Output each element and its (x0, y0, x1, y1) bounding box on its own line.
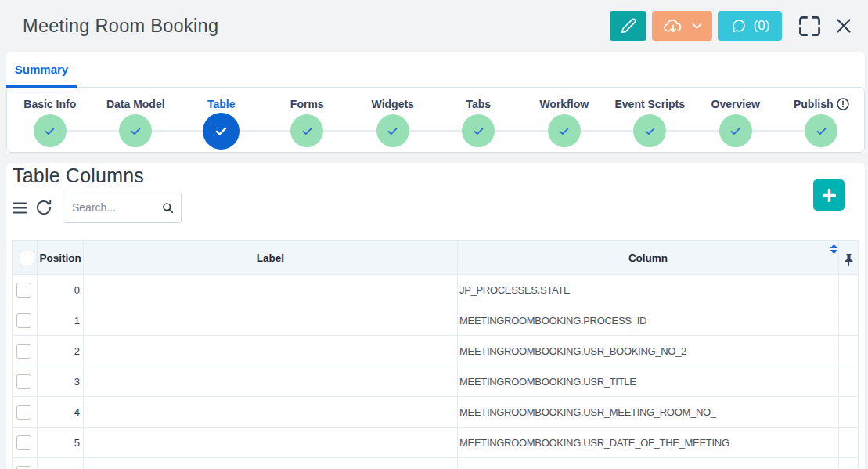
section-title: Table Columns (13, 164, 865, 188)
check-icon (472, 124, 485, 138)
row-checkbox[interactable] (16, 374, 31, 389)
step-label: Data Model (106, 97, 165, 112)
cell-position: 1 (38, 305, 84, 336)
tab-summary[interactable]: Summary (6, 52, 77, 87)
stepper-step[interactable]: Overview (693, 88, 779, 152)
cell-column: MEETINGROOMBOOKING.USR_BOOKING_NO_2 (458, 336, 839, 366)
fullscreen-button[interactable] (799, 16, 820, 36)
row-checkbox-cell (13, 305, 38, 336)
cell-column (458, 458, 839, 469)
stepper-step[interactable]: Publish (779, 88, 865, 152)
cell-label (84, 275, 458, 305)
check-icon (386, 124, 399, 138)
table-row[interactable]: 5 MEETINGROOMBOOKING.USR_DATE_OF_THE_MEE… (13, 428, 859, 458)
step-status-circle (633, 114, 666, 147)
table-row[interactable]: 0 JP_PROCESSES.STATE (13, 275, 859, 305)
check-icon (557, 124, 571, 138)
chat-button[interactable]: (0) (718, 11, 782, 41)
tab-bar: Summary (6, 52, 865, 87)
cell-pin (839, 428, 859, 458)
cell-position: 0 (38, 275, 84, 305)
table-row[interactable]: 3 MEETINGROOMBOOKING.USR_TITLE (13, 366, 859, 397)
edit-button[interactable] (610, 11, 646, 41)
stepper-step[interactable]: Basic Info (7, 88, 93, 152)
cell-position: 5 (38, 428, 84, 458)
stepper-step[interactable]: Table (178, 88, 265, 152)
chat-bubble-icon (730, 17, 747, 34)
cell-pin (839, 458, 859, 469)
stepper-step[interactable]: Workflow (521, 88, 607, 152)
pencil-icon (620, 17, 637, 34)
check-icon (301, 124, 314, 138)
step-status-circle (119, 114, 152, 147)
add-column-button[interactable] (813, 179, 845, 211)
row-checkbox-cell (13, 428, 38, 458)
header-label[interactable]: Label (84, 241, 458, 275)
step-label: Table (207, 97, 236, 112)
step-label: Workflow (539, 97, 589, 112)
cell-label (84, 336, 458, 366)
stepper-step[interactable]: Event Scripts (607, 88, 693, 152)
cell-pin (839, 336, 859, 366)
chat-count: (0) (754, 18, 770, 34)
table-row[interactable]: 4 MEETINGROOMBOOKING.USR_MEETING_ROOM_NO… (13, 397, 859, 428)
pin-icon (844, 254, 854, 267)
tab-label: Summary (15, 63, 68, 76)
table-row[interactable]: 1 MEETINGROOMBOOKING.PROCESS_ID (13, 305, 859, 336)
summary-card: Summary Basic Info Data Model (6, 52, 865, 153)
header-pin[interactable] (839, 241, 859, 275)
step-status-circle (376, 114, 409, 147)
refresh-button[interactable] (35, 199, 52, 216)
row-checkbox-cell (13, 275, 38, 305)
hamburger-icon (13, 202, 27, 214)
refresh-icon (35, 199, 52, 216)
cell-position: 4 (38, 397, 84, 428)
step-label: Publish (794, 97, 849, 112)
check-icon (43, 124, 56, 138)
cell-pin (839, 305, 859, 336)
row-checkbox[interactable] (16, 405, 31, 420)
step-label: Widgets (372, 97, 414, 112)
check-icon (129, 124, 142, 138)
cell-pin (839, 366, 859, 397)
row-checkbox[interactable] (16, 435, 31, 450)
sort-icon[interactable] (830, 244, 838, 254)
step-status-circle (290, 114, 323, 147)
stepper-step[interactable]: Widgets (350, 88, 436, 152)
table-row[interactable]: 2 MEETINGROOMBOOKING.USR_BOOKING_NO_2 (13, 336, 859, 366)
header-position[interactable]: Position (38, 241, 84, 275)
stepper-step[interactable]: Data Model (93, 88, 179, 152)
cell-label (84, 458, 458, 469)
fullscreen-icon (799, 16, 820, 36)
step-status-circle (548, 114, 581, 147)
row-checkbox-cell (13, 397, 38, 428)
cell-position: 2 (38, 336, 84, 366)
step-status-circle (719, 114, 752, 147)
download-button[interactable] (652, 11, 712, 41)
menu-button[interactable] (13, 202, 27, 214)
row-checkbox[interactable] (16, 313, 31, 328)
cell-column: MEETINGROOMBOOKING.USR_TITLE (458, 366, 839, 397)
close-button[interactable] (836, 18, 852, 34)
cell-column: MEETINGROOMBOOKING.USR_DATE_OF_THE_MEETI… (458, 428, 839, 458)
cell-label (84, 397, 458, 428)
stepper-step[interactable]: Tabs (436, 88, 522, 152)
select-all-checkbox[interactable] (20, 251, 34, 265)
plus-icon (823, 189, 836, 202)
dialog-header: Meeting Room Booking (0) (0, 0, 868, 52)
row-checkbox-cell (13, 336, 38, 366)
table-row[interactable] (13, 458, 859, 469)
row-checkbox[interactable] (16, 344, 31, 359)
step-label: Event Scripts (615, 97, 685, 112)
search-input[interactable] (72, 201, 162, 214)
row-checkbox[interactable] (16, 283, 31, 298)
cell-label (84, 366, 458, 397)
publish-warning-icon (837, 98, 849, 110)
row-checkbox[interactable] (16, 466, 31, 469)
chevron-down-icon (692, 23, 702, 30)
cell-position (38, 458, 84, 469)
stepper-step[interactable]: Forms (265, 88, 351, 152)
search-submit-button[interactable] (162, 202, 174, 214)
header-column[interactable]: Column (458, 241, 839, 275)
cell-label (84, 428, 458, 458)
